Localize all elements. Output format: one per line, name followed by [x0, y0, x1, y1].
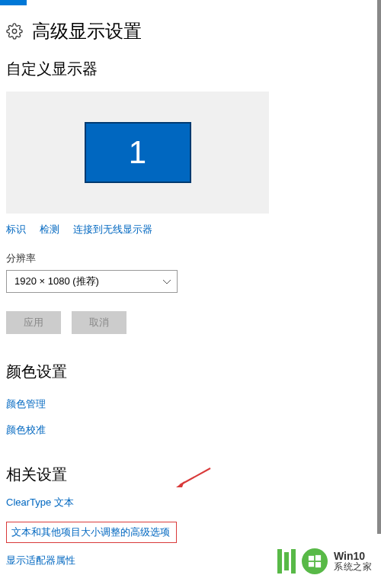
monitor-1[interactable]: 1	[85, 122, 191, 183]
svg-marker-2	[176, 481, 184, 487]
window-accent-bar	[0, 0, 27, 5]
resolution-value: 1920 × 1080 (推荐)	[14, 275, 99, 288]
monitor-number: 1	[129, 134, 146, 171]
watermark-text: Win10 系统之家	[334, 551, 372, 573]
identify-link[interactable]: 标识	[6, 223, 26, 236]
cancel-button[interactable]: 取消	[72, 311, 126, 334]
svg-point-0	[12, 29, 17, 34]
svg-line-1	[180, 468, 210, 485]
apply-cancel-row: 应用 取消	[6, 311, 375, 334]
color-management-link[interactable]: 颜色管理	[6, 397, 375, 411]
apply-button[interactable]: 应用	[6, 311, 61, 334]
svg-rect-6	[315, 562, 321, 567]
highlighted-link-box: 文本和其他项目大小调整的高级选项	[6, 522, 177, 543]
watermark-line2: 系统之家	[334, 562, 372, 572]
color-calibration-link[interactable]: 颜色校准	[6, 423, 375, 437]
page-title: 高级显示设置	[32, 19, 142, 43]
detect-link[interactable]: 检测	[40, 223, 59, 236]
watermark-windows-icon	[302, 548, 328, 574]
watermark-line1: Win10	[334, 551, 372, 562]
wireless-display-link[interactable]: 连接到无线显示器	[73, 223, 152, 236]
gear-icon	[6, 23, 23, 40]
resolution-label: 分辨率	[6, 252, 375, 265]
text-sizing-advanced-link[interactable]: 文本和其他项目大小调整的高级选项	[11, 525, 171, 539]
watermark: Win10 系统之家	[277, 548, 372, 574]
annotation-arrow	[174, 467, 212, 488]
display-action-links: 标识 检测 连接到无线显示器	[6, 223, 375, 236]
custom-display-title: 自定义显示器	[6, 59, 375, 79]
resolution-select[interactable]: 1920 × 1080 (推荐)	[6, 270, 178, 293]
cleartype-link[interactable]: ClearType 文本	[6, 496, 375, 509]
svg-rect-4	[315, 555, 321, 561]
svg-rect-3	[309, 556, 314, 561]
display-preview[interactable]: 1	[6, 92, 269, 214]
svg-rect-5	[309, 562, 314, 567]
page-header: 高级显示设置	[6, 19, 375, 43]
color-settings-section: 颜色设置 颜色管理 颜色校准	[6, 361, 375, 437]
color-settings-title: 颜色设置	[6, 361, 375, 382]
window-right-edge	[377, 0, 381, 534]
chevron-down-icon	[163, 278, 171, 286]
watermark-bars-icon	[277, 549, 296, 574]
